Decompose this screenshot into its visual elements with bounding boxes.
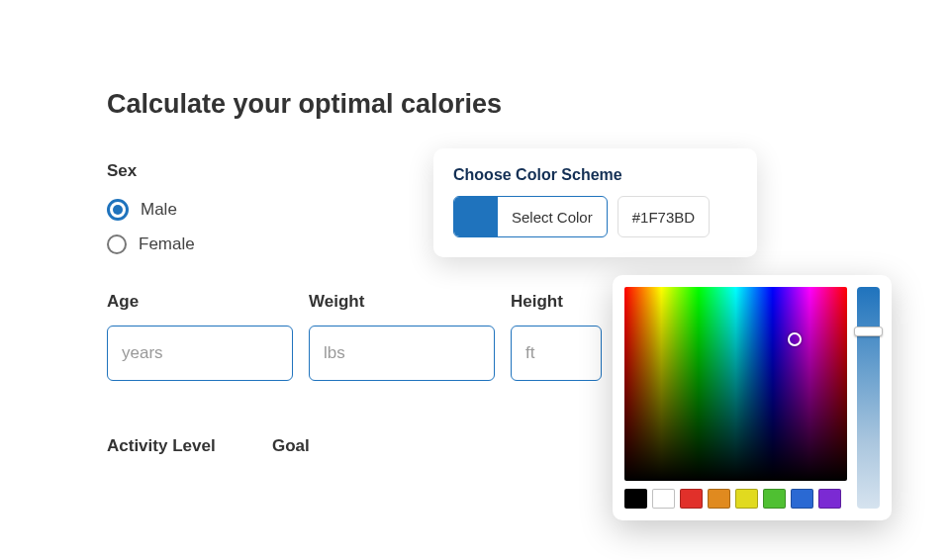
select-color-label: Select Color [498,209,607,226]
height-field-group: Height [511,292,602,381]
goal-label: Goal [272,436,310,456]
weight-label: Weight [309,292,495,312]
slider-thumb-icon [854,327,883,336]
color-scheme-card: Choose Color Scheme Select Color #1F73BD [433,148,757,257]
color-hex-display[interactable]: #1F73BD [618,196,710,237]
height-label: Height [511,292,602,312]
saturation-value-area[interactable] [624,287,847,481]
preset-blue[interactable] [791,489,813,509]
preset-green[interactable] [763,489,786,509]
preset-white[interactable] [652,489,675,509]
lightness-slider[interactable] [857,287,880,509]
preset-yellow[interactable] [735,489,758,509]
radio-icon [107,199,129,221]
select-color-button[interactable]: Select Color [453,196,608,237]
radio-label: Female [139,234,195,254]
preset-red[interactable] [680,489,703,509]
age-field-group: Age [107,292,293,381]
color-swatch-icon [454,197,498,236]
color-scheme-title: Choose Color Scheme [453,166,737,184]
preset-row [624,489,847,509]
preset-orange[interactable] [708,489,730,509]
age-input[interactable] [107,326,293,381]
sv-cursor-icon [788,332,802,346]
weight-input[interactable] [309,326,495,381]
color-picker-popover [613,275,892,520]
height-ft-input[interactable] [511,326,602,381]
preset-black[interactable] [624,489,647,509]
weight-field-group: Weight [309,292,495,381]
age-label: Age [107,292,293,312]
page-title: Calculate your optimal calories [107,89,950,120]
preset-purple[interactable] [818,489,841,509]
activity-level-label: Activity Level [107,436,272,456]
radio-label: Male [141,200,177,220]
radio-icon [107,234,127,254]
